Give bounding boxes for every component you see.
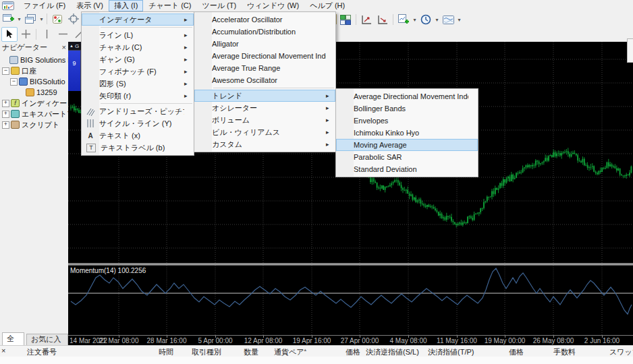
- menubar-item-6[interactable]: ヘルプ (H): [304, 0, 350, 11]
- menu-item-[interactable]: インディケータ▸: [82, 13, 194, 26]
- navigator-tab-1[interactable]: お気に入り: [26, 334, 68, 345]
- axis-tick: [263, 336, 264, 338]
- menu-item-envelopes[interactable]: Envelopes: [336, 115, 478, 127]
- crosshair-target-button[interactable]: [65, 11, 82, 26]
- menu-item-[interactable]: ビル・ウィリアムス▸: [194, 126, 335, 138]
- menu-item-ichimoku-kinko-hyo[interactable]: Ichimoku Kinko Hyo: [336, 127, 478, 139]
- menu-icon-empty: [336, 140, 354, 150]
- templates-button[interactable]: [440, 12, 456, 27]
- toolbox-column-2[interactable]: 取引種別: [192, 347, 221, 357]
- menu-item-alligator[interactable]: Alligator: [194, 38, 335, 50]
- periods-clock-button[interactable]: [418, 12, 434, 27]
- vertical-line-icon: [42, 29, 52, 39]
- toolbox-column-5[interactable]: 価格: [346, 347, 360, 357]
- menu-item-[interactable]: ボリューム▸: [194, 114, 335, 126]
- navigator-item-1[interactable]: −口座: [0, 65, 68, 76]
- menu-item-moving-average[interactable]: Moving Average: [336, 139, 478, 151]
- navigator-item-0[interactable]: BIG Solutions MT-: [0, 55, 68, 65]
- toolbox-column-4[interactable]: 通貨ペア▴: [274, 347, 306, 357]
- submenu-arrow-icon: ▸: [184, 56, 194, 63]
- column-label: 数量: [244, 348, 258, 356]
- horizontal-line-icon: [58, 29, 68, 39]
- zoom-in-button[interactable]: [358, 12, 375, 27]
- menu-item-[interactable]: カスタム▸: [194, 138, 335, 150]
- menubar-item-0[interactable]: ファイル (F): [18, 0, 71, 11]
- menu-item-g[interactable]: ギャン (G)▸: [82, 53, 194, 65]
- menu-item-r[interactable]: 矢印類 (r)▸: [82, 90, 194, 102]
- toolbox-column-9[interactable]: 手数料: [553, 347, 576, 357]
- tile-windows-button[interactable]: [337, 12, 354, 27]
- symbols-button[interactable]: [49, 11, 65, 26]
- vertical-line-button[interactable]: [38, 27, 55, 42]
- profiles-button[interactable]: [22, 11, 38, 26]
- menu-item-s[interactable]: 図形 (S)▸: [82, 78, 194, 90]
- menu-item-label: 矢印類 (r): [99, 91, 184, 101]
- navigator-item-2[interactable]: −BIGSolutio: [0, 76, 68, 87]
- menu-item-f[interactable]: フィボナッチ (F)▸: [82, 65, 194, 78]
- collapse-minus-icon[interactable]: −: [10, 78, 18, 86]
- navigator-item-6[interactable]: +スクリプト: [0, 119, 68, 130]
- indicators-add-button[interactable]: [395, 12, 412, 27]
- axis-tick: [119, 336, 119, 338]
- toolbox-column-0[interactable]: 注文番号: [27, 347, 57, 357]
- menu-item-accumulation-distribution[interactable]: Accumulation/Distribution: [194, 26, 335, 38]
- toolbox-column-3[interactable]: 数量: [244, 347, 258, 357]
- new-chart-dropdown[interactable]: ▾: [16, 12, 22, 26]
- expand-plus-icon[interactable]: +: [2, 100, 9, 107]
- periods-dropdown[interactable]: ▾: [434, 13, 440, 26]
- cursor-button[interactable]: [1, 27, 18, 42]
- toolbox-column-7[interactable]: 決済指値(T/P): [428, 347, 474, 357]
- menu-item-b[interactable]: Tテキストラベル (b): [82, 142, 194, 154]
- expand-plus-icon[interactable]: +: [2, 111, 9, 118]
- menu-icon-empty: [82, 66, 99, 77]
- toolbox-column-8[interactable]: 価格: [509, 347, 524, 357]
- menu-item-y[interactable]: サイクル・ライン (Y): [82, 117, 194, 129]
- indicators-dropdown[interactable]: ▾: [412, 13, 418, 26]
- navigator-item-3[interactable]: 13259: [0, 87, 68, 98]
- menu-item-awesome-oscillator[interactable]: Awesome Oscillator: [194, 74, 335, 86]
- menu-item-average-true-range[interactable]: Average True Range: [194, 62, 335, 74]
- menu-item-c[interactable]: チャネル (C)▸: [82, 41, 194, 53]
- navigator-item-5[interactable]: +エキスパートアド: [0, 109, 68, 119]
- menu-item-a[interactable]: アンドリューズ・ピッチフォーク (A): [82, 105, 194, 117]
- menu-item-average-directional-movement-index[interactable]: Average Directional Movement Index: [336, 90, 478, 102]
- time-axis[interactable]: 14 Mar 202221 Mar 08:0028 Mar 16:005 Apr…: [68, 335, 633, 345]
- expand-plus-icon[interactable]: +: [2, 121, 9, 129]
- menu-item-standard-deviation[interactable]: Standard Deviation: [336, 163, 478, 175]
- column-label: 注文番号: [27, 348, 57, 356]
- menu-item-label: Envelopes: [354, 117, 468, 125]
- collapse-minus-icon[interactable]: −: [2, 67, 9, 75]
- navigator-tab-0[interactable]: 全般: [2, 332, 24, 345]
- toolbox-column-10[interactable]: スワップ: [609, 347, 633, 357]
- new-chart-button[interactable]: [0, 11, 16, 26]
- menu-item-accelerator-oscillator[interactable]: Accelerator Oscillator: [194, 13, 335, 26]
- menubar-item-4[interactable]: ツール (T): [196, 0, 242, 11]
- zoom-out-button[interactable]: [375, 12, 391, 27]
- navigator-item-4[interactable]: +fインディケータ: [0, 98, 68, 109]
- templates-dropdown[interactable]: ▾: [456, 13, 462, 26]
- menubar-item-3[interactable]: チャート (C): [143, 0, 196, 11]
- menu-icon-empty: [194, 115, 212, 125]
- menu-item-label: テキスト (x): [99, 131, 184, 141]
- menu-item-[interactable]: トレンド▸: [194, 90, 335, 102]
- toolbox-close-icon[interactable]: ×: [1, 346, 5, 355]
- menu-item-x[interactable]: Aテキスト (x): [82, 129, 194, 142]
- profiles-dropdown[interactable]: ▾: [38, 12, 45, 26]
- menu-item-bollinger-bands[interactable]: Bollinger Bands: [336, 102, 478, 115]
- pitchfork-icon: [82, 106, 99, 117]
- menu-icon-empty: [194, 51, 212, 61]
- momentum-indicator-label: Momentum(14) 100.2256: [70, 267, 146, 274]
- menubar-item-5[interactable]: ウィンドウ (W): [242, 0, 304, 11]
- one-click-trading-fragment[interactable]: 9: [68, 51, 81, 91]
- menu-item-l[interactable]: ライン (L)▸: [82, 29, 194, 41]
- menu-item-[interactable]: オシレーター▸: [194, 102, 335, 114]
- menu-item-average-directional-movement-index[interactable]: Average Directional Movement Index: [194, 50, 335, 62]
- toolbox-column-1[interactable]: 時間: [159, 347, 173, 357]
- crosshair-button[interactable]: [18, 27, 34, 42]
- horizontal-line-button[interactable]: [55, 27, 71, 42]
- menubar-item-2[interactable]: 挿入 (I): [109, 0, 143, 11]
- toolbox-column-6[interactable]: 決済逆指値(S/L): [366, 347, 419, 357]
- navigator-close-icon[interactable]: ×: [62, 44, 66, 51]
- menu-item-parabolic-sar[interactable]: Parabolic SAR: [336, 151, 478, 163]
- menubar-item-1[interactable]: 表示 (V): [71, 0, 109, 11]
